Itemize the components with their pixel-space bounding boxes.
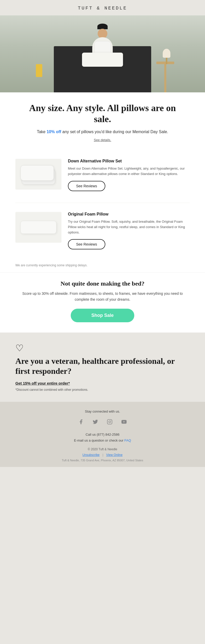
- sale-title: Not quite done making the bed?: [20, 280, 184, 287]
- review-button-2[interactable]: See Reviews: [68, 239, 105, 249]
- headline-subtitle: Take 10% off any set of pillows you'd li…: [20, 129, 184, 135]
- product-desc-2: Try our Original Foam Pillow. Soft, squi…: [68, 219, 190, 235]
- page-title: Any size. Any style. All pillows are on …: [20, 103, 184, 125]
- email-prefix: E-mail us a question or check our: [74, 438, 125, 442]
- subtitle-before: Take: [37, 130, 47, 134]
- veteran-disclaimer: *Discount cannot be combined with other …: [15, 388, 190, 392]
- youtube-icon[interactable]: [119, 417, 129, 426]
- email-wrapper: TUFT & NEEDLE Any: [0, 0, 205, 467]
- brand-logo: TUFT & NEEDLE: [78, 6, 127, 11]
- unsub-links: Unsubscribe | View Online: [15, 453, 190, 457]
- review-button-1[interactable]: See Reviews: [68, 181, 105, 191]
- yellow-accent: [36, 64, 42, 77]
- lamp: [163, 49, 170, 64]
- veteran-offer: Get 15% off your entire order*: [15, 381, 190, 385]
- product-info-1: Down Alternative Pillow Set Meet our Dow…: [61, 159, 190, 191]
- discount-highlight: 10% off: [47, 130, 61, 134]
- product-list: Down Alternative Pillow Set Meet our Dow…: [0, 150, 205, 203]
- sale-description: Score up to 30% off sitewide. From mattr…: [20, 291, 184, 302]
- product-name-1: Down Alternative Pillow Set: [68, 159, 190, 163]
- footer: Stay connected with us. Call us (877) 84…: [0, 402, 205, 467]
- subtitle-after: any set of pillows you'd like during our…: [61, 130, 168, 134]
- heart-icon: ♡: [15, 343, 190, 354]
- headline-section: Any size. Any style. All pillows are on …: [0, 92, 205, 150]
- hero-image: [0, 15, 205, 92]
- product-image-2: [15, 212, 61, 243]
- footer-contact: Call us (877) 842-2586 E-mail us a quest…: [15, 432, 190, 444]
- person-hair: [97, 24, 108, 29]
- view-online-link[interactable]: View Online: [106, 453, 122, 457]
- pillow-illustration-1: [20, 164, 56, 184]
- product-name-2: Original Foam Pillow: [68, 212, 190, 217]
- veteran-title: Are you a veteran, healthcare profession…: [15, 356, 190, 376]
- shop-sale-button[interactable]: Shop Sale: [71, 309, 134, 322]
- product-image-1: [15, 159, 61, 190]
- social-icons-row: [15, 417, 190, 426]
- veteran-section: ♡ Are you a veteran, healthcare professi…: [0, 333, 205, 402]
- lamp-shade: [163, 49, 170, 58]
- product-item-2: Original Foam Pillow Try our Original Fo…: [15, 208, 190, 253]
- product-section-2: Original Foam Pillow Try our Original Fo…: [0, 203, 205, 261]
- pillow-front: [20, 165, 54, 181]
- main-content: Any size. Any style. All pillows are on …: [0, 92, 205, 333]
- product-desc-1: Meet our Down Alternative Pillow Set. Li…: [68, 166, 190, 177]
- facebook-icon[interactable]: [76, 417, 86, 426]
- stay-connected-label: Stay connected with us.: [15, 409, 190, 413]
- side-table: [156, 62, 174, 92]
- pillow-illustration-2: [20, 221, 56, 234]
- header: TUFT & NEEDLE: [0, 0, 205, 15]
- svg-point-2: [111, 420, 111, 421]
- unsubscribe-link[interactable]: Unsubscribe: [83, 453, 100, 457]
- product-item-1: Down Alternative Pillow Set Meet our Dow…: [15, 155, 190, 195]
- table-leg: [164, 64, 166, 92]
- hero-pillow: [82, 53, 123, 67]
- faq-link[interactable]: FAQ: [124, 438, 131, 442]
- see-details-link[interactable]: See details.: [94, 138, 111, 142]
- svg-rect-0: [107, 419, 112, 424]
- instagram-icon[interactable]: [105, 417, 114, 426]
- copyright: © 2020 Tuft & Needle: [15, 447, 190, 451]
- lamp-base: [166, 58, 167, 64]
- product-info-2: Original Foam Pillow Try our Original Fo…: [61, 212, 190, 249]
- footer-address: Tuft & Needle, 735 Grand Ave, Phoenix, A…: [15, 459, 190, 462]
- svg-point-1: [109, 421, 110, 423]
- twitter-icon[interactable]: [91, 417, 100, 426]
- pipe-divider: |: [102, 453, 103, 457]
- sale-section: Not quite done making the bed? Score up …: [0, 272, 205, 333]
- shipping-notice: We are currently experiencing some shipp…: [0, 261, 205, 272]
- phone-number: Call us (877) 842-2586: [86, 433, 119, 436]
